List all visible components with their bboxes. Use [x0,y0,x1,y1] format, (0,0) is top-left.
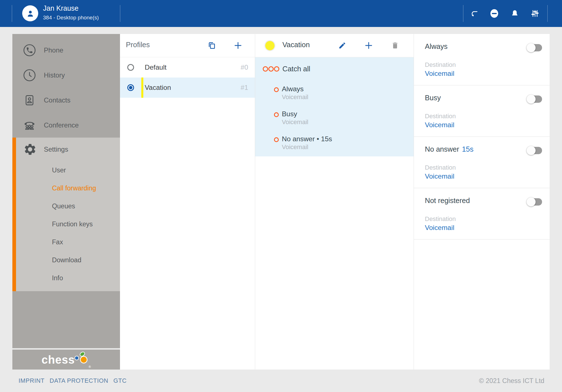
call-forward-icon[interactable] [468,7,480,20]
copyright: © 2021 Chess ICT Ltd [479,377,544,385]
profile-row-vacation[interactable]: Vacation #1 [120,78,255,98]
radio-selected[interactable] [127,84,134,91]
sidebar-item-phone[interactable]: Phone [12,38,120,63]
subitem-label: Fax [52,238,63,246]
chess-logo-mark [74,351,88,364]
sidebar-item-contacts[interactable]: Contacts [12,88,120,113]
subitem-label: Queues [52,202,75,210]
subitem-label: Function keys [52,220,93,228]
tune-sliders-icon[interactable] [529,7,541,20]
header-divider [12,5,12,22]
footer-link-gtc[interactable]: GTC [113,377,126,384]
delete-trash-icon[interactable] [389,39,401,52]
profiles-header: Profiles [120,34,255,57]
rule-circle-icon [274,87,279,92]
sidebar-item-label: Phone [44,46,63,54]
app-header: Jan Krause 384 - Desktop phone(s) [0,0,562,27]
section-title-text: Always [425,42,448,50]
sidebar-subitem-queues[interactable]: Queues [12,197,120,215]
add-rule-icon[interactable] [362,39,375,52]
sidebar-item-label: Conference [44,121,79,129]
destination-link[interactable]: Voicemail [425,70,454,78]
subitem-label: Info [52,274,63,282]
destination-link[interactable]: Voicemail [425,172,454,180]
add-profile-icon[interactable] [232,39,244,52]
rule-always[interactable]: Always Voicemail [255,85,414,101]
profile-name: Vacation [145,84,171,92]
catch-all-group[interactable]: Catch all Always Voicemail Busy Voicemai… [255,57,414,156]
sidebar-subitem-info[interactable]: Info [12,269,120,287]
section-title: Not registered [425,197,473,205]
section-title-text: Busy [425,94,441,102]
forwarding-section-not-registered: Not registered Destination Voicemail [414,188,550,240]
header-divider [120,5,120,22]
toggle-off[interactable] [527,147,542,154]
rule-no-answer[interactable]: No answer • 15s Voicemail [255,135,414,151]
profile-number: #0 [241,63,248,71]
section-title: No answer15s [425,145,473,153]
subitem-label: Call forwarding [52,184,96,192]
sidebar-main-nav: Phone History Contacts [12,34,120,138]
sidebar-item-conference[interactable]: Conference [12,113,120,138]
footer-link-data-protection[interactable]: DATA PROTECTION [50,377,108,384]
rule-destination: Voicemail [282,93,308,101]
forwarding-section-busy: Busy Destination Voicemail [414,85,550,137]
profile-name: Default [145,63,167,71]
footer-link-imprint[interactable]: IMPRINT [19,377,45,384]
header-divider [547,5,548,22]
catch-all-icon [263,66,279,72]
subitem-label: Download [52,256,81,264]
sidebar-subitem-call-forwarding[interactable]: Call forwarding [12,179,120,197]
sidebar-subitem-download[interactable]: Download [12,251,120,269]
sidebar-item-label: Contacts [44,96,71,104]
profile-color-swatch[interactable] [265,41,275,50]
rule-label: Busy [282,110,308,118]
rule-circle-icon [274,112,279,117]
sidebar-item-settings[interactable]: Settings [12,138,120,161]
profile-number: #1 [241,84,248,92]
sidebar-item-label: History [44,71,65,79]
destination-link[interactable]: Voicemail [425,224,454,232]
sidebar-item-history[interactable]: History [12,63,120,88]
edit-pencil-icon[interactable] [336,39,348,52]
profiles-panel: Profiles Default #0 Vacation #1 [120,34,255,370]
toggle-off[interactable] [527,198,542,206]
destination-label: Destination [425,61,456,69]
sidebar-subitem-user[interactable]: User [12,161,120,179]
destination-link[interactable]: Voicemail [425,121,454,129]
history-clock-icon [23,69,36,82]
avatar[interactable] [22,5,38,21]
profiles-title: Profiles [126,41,150,49]
rule-busy[interactable]: Busy Voicemail [255,110,414,126]
forwarding-section-no-answer: No answer15s Destination Voicemail [414,137,550,188]
section-title: Always [425,42,450,51]
destination-label: Destination [425,215,456,223]
chess-logo-registered: ® [89,365,91,368]
footer-links: IMPRINT DATA PROTECTION GTC [19,377,127,384]
rule-label: No answer • 15s [282,135,332,143]
profile-detail-panel: Vacation Catch all Always Voicemail [255,34,414,370]
catch-all-title: Catch all [282,65,310,73]
chess-logo-text: chess [42,354,75,365]
profile-detail-header: Vacation [255,34,414,57]
sidebar-subitem-fax[interactable]: Fax [12,233,120,251]
profile-detail-title: Vacation [282,41,310,49]
section-timeout: 15s [462,145,473,153]
do-not-disturb-icon[interactable] [488,7,500,20]
gear-icon [24,143,37,156]
subitem-label: User [52,167,66,174]
header-divider [463,5,463,22]
destination-label: Destination [425,164,456,171]
catch-all-header: Catch all [255,62,414,76]
forwarding-section-always: Always Destination Voicemail [414,34,550,85]
sidebar-subitem-function-keys[interactable]: Function keys [12,215,120,233]
profile-row-default[interactable]: Default #0 [120,57,255,78]
notifications-bell-icon[interactable] [509,7,521,20]
contacts-icon [23,94,36,107]
toggle-off[interactable] [527,44,542,51]
copy-profile-icon[interactable] [205,39,218,52]
user-name: Jan Krause [43,4,78,12]
toggle-off[interactable] [527,95,542,103]
phone-icon [23,44,36,57]
radio-unselected[interactable] [127,64,134,71]
